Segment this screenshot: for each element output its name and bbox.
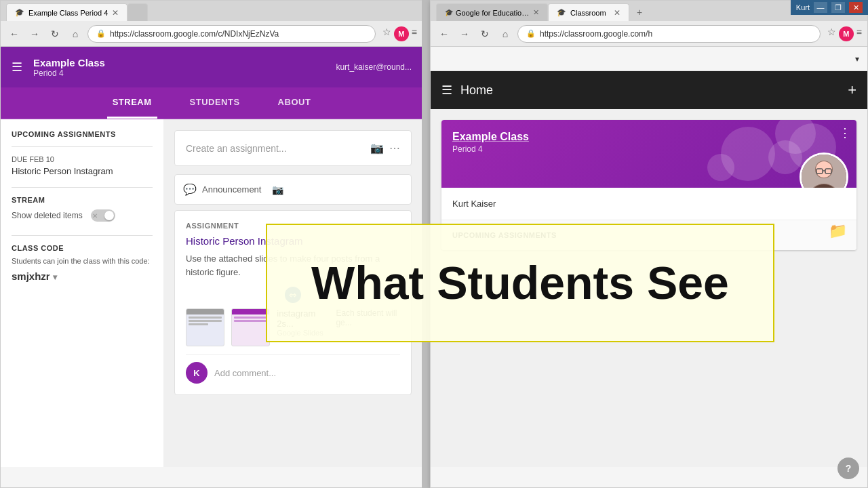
right-account-btn[interactable]: M <box>839 26 854 41</box>
back-btn[interactable]: ← <box>6 26 22 42</box>
card-class-period[interactable]: Period 4 <box>452 144 846 154</box>
attachment-thumb-2 <box>231 308 270 346</box>
restore-btn[interactable]: ❐ <box>831 2 845 13</box>
overlay-panel: What Students See <box>266 224 774 342</box>
announcement-label: Announcement <box>202 184 261 195</box>
right-url: https://classroom.google.com/h <box>540 29 652 39</box>
class-card-body: Kurt Kaiser <box>441 188 856 220</box>
right-ext-btn[interactable]: ≡ <box>856 26 862 41</box>
divider-1 <box>12 146 153 147</box>
folder-btn[interactable]: 📁 <box>827 220 848 242</box>
toggle-knob <box>104 211 114 220</box>
right-tab-inactive[interactable]: 🎓 Google for Education: Sa... ✕ <box>436 3 548 21</box>
comment-row: K Add comment... <box>186 354 400 384</box>
class-period: Period 4 <box>33 68 105 78</box>
extension-btn[interactable]: ≡ <box>412 26 417 41</box>
create-placeholder: Create an assignment... <box>186 143 287 154</box>
nav-tab-students[interactable]: STUDENTS <box>184 87 245 119</box>
right-browser-toolbar: ← → ↻ ⌂ 🔒 https://classroom.google.com/h… <box>431 21 867 47</box>
right-tab-label-1: Google for Education: Sa... <box>456 9 530 17</box>
announcement-icon: 💬 <box>183 183 197 196</box>
left-tab-active[interactable]: 🎓 Example Class Period 4 ✕ <box>6 3 127 21</box>
right-home-btn[interactable]: ⌂ <box>497 26 513 42</box>
sidebar-assignment-title: Historic Person Instagram <box>12 166 153 176</box>
teacher-photo <box>802 155 846 188</box>
nav-tab-about[interactable]: ABOUT <box>273 87 317 119</box>
close-btn[interactable]: ✕ <box>849 2 863 13</box>
due-date: DUE FEB 10 <box>12 155 153 163</box>
left-tab-close[interactable]: ✕ <box>112 8 119 18</box>
left-tab-new[interactable] <box>127 3 148 21</box>
divider-2 <box>12 187 153 188</box>
code-section: CLASS CODE Students can join the class w… <box>12 235 153 282</box>
right-tab-active[interactable]: 🎓 Classroom ✕ <box>548 3 629 21</box>
attachment-thumb-1 <box>186 308 224 346</box>
toggle-row: Show deleted items ✕ <box>12 209 153 222</box>
thumb-line-a <box>234 317 267 319</box>
bubble-4 <box>707 154 734 181</box>
thumb-line-2 <box>189 320 222 322</box>
right-back-btn[interactable]: ← <box>436 26 452 42</box>
minimize-btn[interactable]: — <box>814 2 827 13</box>
add-class-btn[interactable]: + <box>848 81 856 99</box>
user-account-bar: ▾ <box>431 47 867 71</box>
code-desc: Students can join the class with this co… <box>12 256 153 266</box>
right-star-btn[interactable]: ☆ <box>827 26 836 41</box>
hamburger-icon[interactable]: ☰ <box>12 60 22 75</box>
forward-btn[interactable]: → <box>26 26 43 42</box>
divider-3 <box>12 235 153 236</box>
left-address-bar[interactable]: 🔒 https://classroom.google.com/c/NDIxNjE… <box>87 25 376 43</box>
toggle-x-icon: ✕ <box>92 212 98 220</box>
teacher-photo-svg <box>802 155 846 188</box>
class-title-block: Example Class Period 4 <box>33 57 105 78</box>
thumb-stripe <box>186 309 224 314</box>
camera-icon-2: 📷 <box>272 184 283 195</box>
thumb-body-2 <box>232 314 269 346</box>
refresh-btn[interactable]: ↻ <box>47 26 63 42</box>
right-tab-close-1[interactable]: ✕ <box>533 8 539 17</box>
toggle-switch[interactable]: ✕ <box>91 209 115 222</box>
right-tab-close-2[interactable]: ✕ <box>614 8 620 18</box>
right-tab-label-2: Classroom <box>570 9 606 17</box>
upcoming-title: UPCOMING ASSIGNMENTS <box>12 130 153 138</box>
dropdown-icon[interactable]: ▾ <box>53 272 57 282</box>
class-card-bubbles <box>441 120 856 188</box>
more-icon[interactable]: ⋯ <box>389 142 400 155</box>
left-tab-label: Example Class Period 4 <box>28 9 108 17</box>
bookmark-btn[interactable]: ☆ <box>382 26 391 41</box>
right-hamburger-icon[interactable]: ☰ <box>441 83 452 98</box>
svg-point-3 <box>816 161 832 178</box>
home-title: Home <box>460 83 493 98</box>
left-tab-favicon: 🎓 <box>15 8 24 17</box>
right-lock-icon: 🔒 <box>526 29 536 38</box>
right-tab-favicon-2: 🎓 <box>557 8 566 17</box>
help-btn[interactable]: ? <box>837 458 859 479</box>
new-tab-btn[interactable]: + <box>629 3 650 21</box>
create-assignment-bar[interactable]: Create an assignment... 📷 ⋯ <box>174 130 412 166</box>
sidebar: UPCOMING ASSIGNMENTS DUE FEB 10 Historic… <box>1 119 163 467</box>
camera-icon[interactable]: 📷 <box>370 142 384 155</box>
right-refresh-btn[interactable]: ↻ <box>477 26 493 42</box>
create-icon-btns: 📷 ⋯ <box>370 142 400 155</box>
stream-title: STREAM <box>12 196 153 204</box>
teacher-name: Kurt Kaiser <box>452 199 795 209</box>
user-avatar: K <box>186 362 208 384</box>
card-class-title[interactable]: Example Class <box>452 131 846 143</box>
show-deleted-label: Show deleted items <box>12 211 83 220</box>
right-address-bar[interactable]: 🔒 https://classroom.google.com/h <box>517 25 821 43</box>
account-btn[interactable]: M <box>394 26 409 41</box>
lock-icon: 🔒 <box>96 29 106 38</box>
nav-tab-stream[interactable]: STREAM <box>107 87 157 119</box>
left-tab-bar: 🎓 Example Class Period 4 ✕ <box>1 1 422 21</box>
account-dropdown[interactable]: ▾ <box>855 54 859 64</box>
class-card-header: Example Class Period 4 ⋮ <box>441 120 856 188</box>
left-browser-toolbar: ← → ↻ ⌂ 🔒 https://classroom.google.com/c… <box>1 21 422 47</box>
home-btn[interactable]: ⌂ <box>67 26 83 42</box>
comment-placeholder[interactable]: Add comment... <box>214 368 400 378</box>
announcement-bar: 💬 Announcement 📷 <box>174 174 412 205</box>
thumb-stripe-2 <box>232 309 269 314</box>
folder-icon: 📁 <box>829 222 847 240</box>
right-forward-btn[interactable]: → <box>456 26 473 42</box>
thumb-line-3 <box>189 323 208 325</box>
card-menu-btn[interactable]: ⋮ <box>839 125 851 140</box>
